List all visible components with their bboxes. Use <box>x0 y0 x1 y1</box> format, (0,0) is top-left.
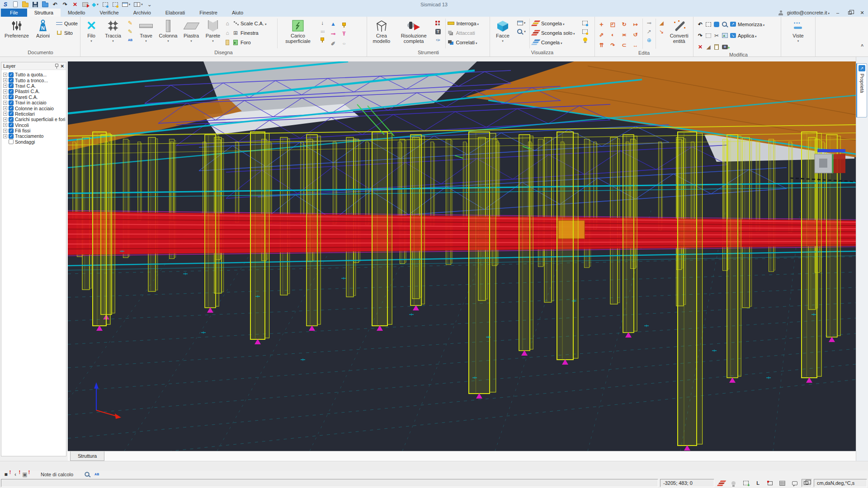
save-icon[interactable] <box>32 1 38 8</box>
finestra-button[interactable]: Finestra <box>224 29 276 37</box>
rotate-copy-icon[interactable] <box>618 19 630 29</box>
carico-superficiale-button[interactable]: Carico superficiale <box>279 17 317 50</box>
expand-icon[interactable] <box>3 89 7 94</box>
section-warning-icon[interactable] <box>12 471 19 478</box>
select-show-icon[interactable] <box>102 1 108 8</box>
line-load-icon[interactable] <box>319 28 326 35</box>
store-view-icon[interactable]: ↗ <box>730 21 736 28</box>
crea-modello-button[interactable]: Crea modello <box>368 17 395 50</box>
command-strip[interactable] <box>0 461 868 471</box>
point-load-icon[interactable] <box>319 19 326 26</box>
add-selection-icon[interactable] <box>741 479 751 487</box>
preferenze-button[interactable]: Preferenze <box>2 17 32 50</box>
tab-aiuto[interactable]: Aiuto <box>225 9 250 17</box>
hide-selection-icon[interactable] <box>582 28 588 35</box>
expand-icon[interactable] <box>3 129 7 133</box>
extend-icon[interactable] <box>630 40 641 50</box>
tab-verifiche[interactable]: Verifiche <box>92 9 126 17</box>
interroga-button[interactable]: Interroga <box>448 19 489 27</box>
new-file-icon[interactable] <box>12 1 19 8</box>
expand-icon[interactable] <box>3 112 7 116</box>
find-text-icon[interactable] <box>94 471 100 478</box>
search-icon[interactable] <box>84 471 90 478</box>
status-layers-icon[interactable] <box>716 479 726 487</box>
join-ends-icon[interactable] <box>646 19 652 26</box>
status-lamp-icon[interactable] <box>728 479 739 487</box>
support-icon[interactable] <box>328 19 339 29</box>
snapshot-icon[interactable] <box>722 43 728 50</box>
expand-icon[interactable] <box>3 78 7 82</box>
copy-icon[interactable] <box>607 19 618 29</box>
window-view-icon[interactable] <box>122 1 131 8</box>
move-icon[interactable] <box>596 19 607 29</box>
layer-tree-item[interactable]: Pilastri C.A. <box>2 89 66 94</box>
ortho-icon[interactable] <box>753 479 763 487</box>
converti-entita-button[interactable]: Converti entità <box>666 17 692 50</box>
azioni-button[interactable]: N Azioni <box>32 17 54 50</box>
redo-icon[interactable] <box>62 1 68 8</box>
brush-icon[interactable] <box>435 37 441 43</box>
layer-tree-item[interactable]: Colonne in acciaio <box>2 105 66 111</box>
redo-mod-icon[interactable] <box>697 32 703 39</box>
sito-button[interactable]: Sito <box>56 29 78 37</box>
layer-tree-item[interactable]: Carichi superficiali e fori <box>2 117 66 122</box>
tee-release-icon[interactable] <box>339 29 349 39</box>
layer-checkbox[interactable] <box>9 83 14 88</box>
select-hide-icon[interactable] <box>112 1 118 8</box>
tab-finestre[interactable]: Finestre <box>192 9 225 17</box>
tile-windows-icon[interactable] <box>134 1 143 8</box>
layer-tree-item[interactable]: Sondaggi <box>2 139 66 145</box>
tooltip-toggle-icon[interactable] <box>789 479 800 487</box>
grid-toggle-icon[interactable] <box>777 479 788 487</box>
snap-icon[interactable] <box>765 479 775 487</box>
view-window-icon[interactable] <box>517 19 526 26</box>
layer-checkbox[interactable] <box>9 139 14 144</box>
stretch-icon[interactable] <box>630 19 641 29</box>
tab-file[interactable]: File <box>1 9 27 17</box>
expand-icon[interactable] <box>3 101 7 105</box>
layer-tree-item[interactable]: Tutto a tronco... <box>2 77 66 83</box>
sketch-pencil-icon[interactable] <box>127 19 133 26</box>
layer-checkbox[interactable] <box>9 111 14 116</box>
facce-button[interactable]: Facce <box>491 17 514 50</box>
array-icon[interactable] <box>596 40 607 50</box>
rotate-icon[interactable] <box>630 29 641 40</box>
cleanup-brush-icon[interactable] <box>658 19 665 26</box>
select-crossing-icon[interactable] <box>705 32 712 39</box>
rigid-link-icon[interactable] <box>328 29 339 39</box>
expand-icon[interactable] <box>3 95 7 99</box>
layer-checkbox[interactable] <box>9 128 14 133</box>
expand-icon[interactable] <box>3 84 7 88</box>
tab-archivio[interactable]: Archivio <box>126 9 158 17</box>
layer-checkbox[interactable] <box>9 94 14 99</box>
layer-tree-item[interactable]: Fili fissi <box>2 128 66 133</box>
open-model-folder-icon[interactable] <box>42 1 48 8</box>
viewport-tab-struttura[interactable]: Struttura <box>70 451 104 461</box>
paste-icon[interactable] <box>713 43 720 50</box>
rotate-drag-icon[interactable] <box>607 40 618 50</box>
tab-modello[interactable]: Modello <box>61 9 93 17</box>
layer-tree-item[interactable]: Travi in acciaio <box>2 100 66 105</box>
layer-tree-item[interactable]: Travi C.A. <box>2 83 66 89</box>
status-message-field[interactable] <box>1 479 658 487</box>
measure-ab-icon[interactable] <box>127 37 133 43</box>
open-folder-icon[interactable] <box>22 1 28 8</box>
text-style-icon[interactable]: T <box>435 28 441 35</box>
tab-struttura[interactable]: Struttura <box>27 9 61 17</box>
offset-icon[interactable] <box>618 29 630 40</box>
layer-checkbox[interactable] <box>9 122 14 127</box>
move-copy-icon[interactable] <box>596 29 607 40</box>
solid-select-icon[interactable] <box>713 21 720 28</box>
trim-icon[interactable] <box>618 40 630 50</box>
account-menu[interactable]: giotto@concrete.it <box>787 10 830 15</box>
memorizza-button[interactable]: Memorizza <box>738 22 764 27</box>
mirror-icon[interactable] <box>607 29 618 40</box>
select-window-icon[interactable] <box>705 21 712 28</box>
collapse-ribbon-icon[interactable] <box>861 44 863 49</box>
solid-view-icon[interactable] <box>92 1 99 8</box>
restore-button[interactable] <box>846 11 854 14</box>
find-icon[interactable] <box>722 21 728 28</box>
plot-icon[interactable] <box>82 1 88 8</box>
show-selection-icon[interactable] <box>582 19 588 26</box>
cut-icon[interactable] <box>713 32 720 39</box>
